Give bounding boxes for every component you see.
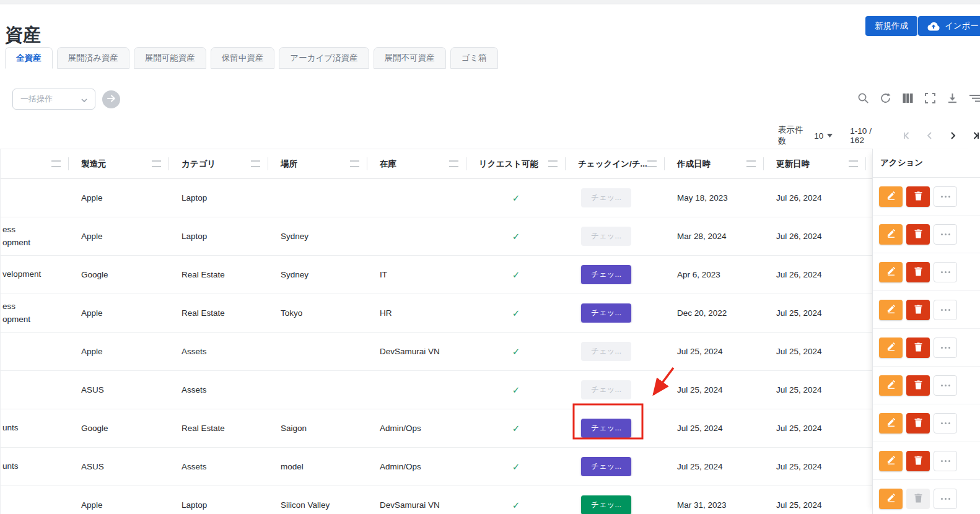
action-column-panel: アクション bbox=[872, 149, 980, 514]
bulk-action-select[interactable]: 一括操作 bbox=[12, 89, 95, 110]
edit-button[interactable] bbox=[879, 262, 903, 282]
caret-down-icon bbox=[827, 134, 833, 137]
pencil-icon bbox=[886, 228, 896, 240]
delete-button[interactable] bbox=[906, 186, 930, 207]
check-icon: ✓ bbox=[512, 500, 520, 510]
created-date-cell: Jul 25, 2024 bbox=[665, 385, 764, 394]
pencil-icon bbox=[886, 417, 896, 429]
checkin-button[interactable]: チェッ... bbox=[581, 265, 631, 284]
refresh-icon[interactable] bbox=[880, 92, 891, 104]
delete-button[interactable] bbox=[906, 300, 930, 320]
delete-button[interactable] bbox=[906, 413, 930, 433]
delete-button[interactable] bbox=[906, 451, 930, 471]
more-actions-button[interactable] bbox=[934, 224, 957, 245]
checkin-cell: チェッ... bbox=[566, 227, 665, 246]
manufacturer-cell: Apple bbox=[69, 308, 169, 318]
delete-button[interactable] bbox=[906, 224, 930, 245]
trash-icon bbox=[914, 304, 923, 316]
column-menu-icon[interactable] bbox=[152, 160, 161, 167]
edit-button[interactable] bbox=[879, 338, 903, 358]
delete-button[interactable] bbox=[906, 338, 930, 358]
filter-icon[interactable] bbox=[969, 92, 980, 104]
tab-undeployable[interactable]: 展開不可資産 bbox=[374, 47, 446, 69]
column-menu-icon[interactable] bbox=[51, 160, 61, 167]
more-actions-button[interactable] bbox=[934, 451, 957, 471]
pencil-icon bbox=[886, 379, 896, 391]
edit-button[interactable] bbox=[879, 224, 903, 245]
created-date-cell: Dec 20, 2022 bbox=[665, 308, 764, 318]
ellipsis-icon bbox=[941, 498, 943, 500]
checkin-button: チェッ... bbox=[581, 188, 631, 207]
pencil-icon bbox=[886, 341, 896, 354]
tab-archived[interactable]: アーカイブ済資産 bbox=[279, 47, 369, 69]
checkin-cell: チェッ... bbox=[566, 188, 665, 207]
edit-button[interactable] bbox=[879, 186, 903, 207]
per-page-value: 10 bbox=[814, 131, 823, 141]
column-menu-icon[interactable] bbox=[350, 160, 359, 167]
tab-deployable[interactable]: 展開可能資産 bbox=[134, 47, 206, 69]
download-icon[interactable] bbox=[947, 92, 958, 104]
prev-page-icon[interactable] bbox=[925, 131, 934, 141]
column-menu-icon[interactable] bbox=[746, 160, 756, 167]
checkin-cell: チェッ... bbox=[566, 495, 665, 514]
bulk-apply-button[interactable] bbox=[102, 90, 120, 108]
column-label: 更新日時 bbox=[776, 159, 810, 170]
ellipsis-icon bbox=[941, 196, 943, 198]
more-actions-button[interactable] bbox=[934, 338, 957, 358]
fullscreen-icon[interactable] bbox=[924, 92, 936, 104]
ellipsis-icon bbox=[941, 460, 943, 462]
tab-all[interactable]: 全資産 bbox=[5, 47, 53, 69]
pencil-icon bbox=[886, 266, 896, 278]
per-page-select[interactable]: 10 bbox=[814, 131, 833, 141]
table-header-row: 製造元カテゴリ場所在庫リクエスト可能チェックイン/チ...作成日時更新日時 bbox=[1, 149, 873, 179]
column-header-0 bbox=[1, 149, 69, 178]
more-actions-button[interactable] bbox=[934, 262, 957, 282]
checkin-button[interactable]: チェッ... bbox=[581, 303, 631, 323]
edit-button[interactable] bbox=[879, 413, 903, 433]
column-menu-icon[interactable] bbox=[548, 160, 558, 167]
tab-pending[interactable]: 保留中資産 bbox=[211, 47, 275, 69]
edit-button[interactable] bbox=[879, 489, 903, 509]
column-header-7: 作成日時 bbox=[665, 149, 764, 178]
tab-deployed[interactable]: 展開済み資産 bbox=[57, 47, 129, 69]
column-header-3: 場所 bbox=[268, 149, 367, 178]
more-actions-button[interactable] bbox=[934, 300, 957, 320]
import-button[interactable]: インポート bbox=[918, 16, 980, 36]
action-column-header: アクション bbox=[873, 149, 980, 178]
ellipsis-icon bbox=[941, 271, 943, 273]
last-page-icon[interactable] bbox=[971, 131, 980, 141]
requestable-cell: ✓ bbox=[466, 346, 566, 357]
first-page-icon[interactable] bbox=[902, 131, 911, 141]
edit-button[interactable] bbox=[879, 375, 903, 396]
updated-date-cell: Jul 25, 2024 bbox=[764, 424, 866, 433]
edit-button[interactable] bbox=[879, 451, 903, 471]
search-icon[interactable] bbox=[857, 92, 869, 104]
pagination-bar: 表示件数 10 1-10 / 162 bbox=[778, 128, 980, 144]
manufacturer-cell: Google bbox=[69, 270, 169, 279]
more-actions-button[interactable] bbox=[934, 375, 957, 396]
edit-button[interactable] bbox=[879, 300, 903, 320]
updated-date-cell: Jul 25, 2024 bbox=[764, 347, 866, 356]
more-actions-button[interactable] bbox=[934, 413, 957, 433]
checkin-button[interactable]: チェッ... bbox=[581, 419, 631, 438]
delete-button[interactable] bbox=[906, 262, 930, 282]
column-menu-icon[interactable] bbox=[849, 160, 858, 167]
column-menu-icon[interactable] bbox=[449, 160, 458, 167]
trash-icon bbox=[914, 380, 923, 391]
create-new-label: 新規作成 bbox=[875, 20, 908, 32]
next-page-icon[interactable] bbox=[948, 131, 957, 141]
column-menu-icon[interactable] bbox=[251, 160, 260, 167]
requestable-cell: ✓ bbox=[466, 269, 566, 281]
tab-trash[interactable]: ゴミ箱 bbox=[450, 47, 498, 69]
table-row: AppleLaptop✓チェッ...May 18, 2023Jul 26, 20… bbox=[1, 179, 873, 217]
column-menu-icon[interactable] bbox=[647, 160, 657, 167]
action-row bbox=[873, 329, 980, 367]
ellipsis-icon bbox=[941, 233, 943, 235]
checkin-button[interactable]: チェッ... bbox=[581, 457, 631, 476]
create-new-button[interactable]: 新規作成 bbox=[865, 16, 917, 36]
delete-button[interactable] bbox=[906, 375, 930, 396]
columns-icon[interactable] bbox=[902, 92, 914, 104]
more-actions-button[interactable] bbox=[934, 489, 957, 509]
more-actions-button[interactable] bbox=[934, 186, 957, 207]
checkin-button[interactable]: チェッ... bbox=[581, 495, 631, 514]
